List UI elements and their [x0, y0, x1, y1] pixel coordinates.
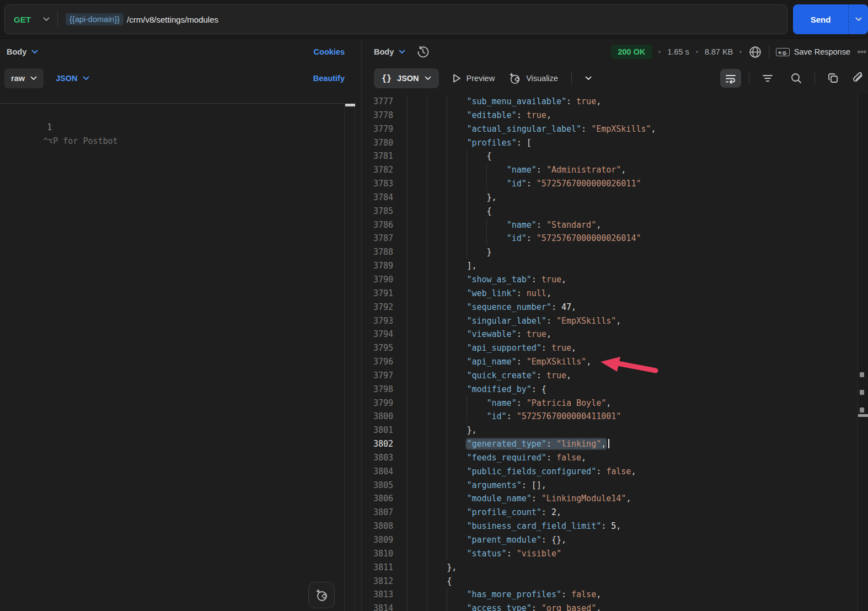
code-line[interactable]: 3808 "business_card_field_limit": 5,: [362, 519, 858, 533]
indent-guide: [427, 533, 427, 547]
response-size[interactable]: 8.87 KB: [705, 47, 733, 56]
response-body-dropdown[interactable]: Body: [374, 47, 405, 56]
token-key: "sub_menu_available": [467, 97, 566, 106]
code-line[interactable]: 3807 "profile_count": 2,: [362, 506, 858, 519]
body-type-label: raw: [11, 74, 25, 83]
code-line[interactable]: 3805 "arguments": [],: [362, 479, 858, 492]
code-line[interactable]: 3811 },: [362, 561, 858, 575]
request-body-editor[interactable]: 1 ^⌥P for Postbot: [0, 104, 344, 611]
code-line[interactable]: 3796 "api_name": "EmpXSkills",: [362, 355, 858, 369]
editor-scrollbar-thumb[interactable]: [345, 104, 355, 106]
url-input[interactable]: {{api-domain}} /crm/v8/settings/modules: [58, 13, 787, 25]
more-actions-button[interactable]: [857, 45, 868, 58]
copy-icon: [827, 72, 839, 84]
response-time[interactable]: 1.65 s: [667, 47, 689, 56]
line-content: "name": "Patricia Boyle",: [407, 396, 611, 410]
language-dropdown[interactable]: JSON: [56, 74, 313, 83]
status-badge[interactable]: 200 OK: [611, 45, 652, 59]
token-key: "actual_singular_label": [467, 124, 581, 134]
code-line[interactable]: 3778 "editable": true,: [362, 109, 858, 122]
code-line[interactable]: 3786 "name": "Standard",: [362, 218, 858, 232]
postbot-button[interactable]: [308, 582, 335, 608]
filter-button[interactable]: [757, 69, 778, 88]
code-line[interactable]: 3783 "id": "5725767000000026011": [362, 177, 858, 191]
url-variable-pill[interactable]: {{api-domain}}: [66, 13, 124, 25]
token-bool: true: [527, 329, 546, 339]
code-line[interactable]: 3806 "module_name": "LinkingModule14",: [362, 492, 858, 506]
code-line[interactable]: 3802 "generated_type": "linking",: [362, 437, 858, 451]
line-number: 3805: [362, 479, 393, 492]
indent-guide: [427, 273, 427, 287]
code-line[interactable]: 3809 "parent_module": {},: [362, 533, 858, 547]
code-line[interactable]: 3779 "actual_singular_label": "EmpXSkill…: [362, 122, 858, 136]
wrap-text-button[interactable]: [720, 69, 741, 88]
code-line[interactable]: 3784 },: [362, 191, 858, 205]
method-selector[interactable]: GET: [5, 15, 57, 24]
code-line[interactable]: 3814 "access_type": "org_based",: [362, 602, 858, 611]
editor-scrollbar[interactable]: [344, 103, 355, 611]
code-line[interactable]: 3781 {: [362, 149, 858, 163]
save-response-label: Save Response: [794, 47, 850, 56]
code-line[interactable]: 3813 "has_more_profiles": false,: [362, 588, 858, 602]
token-str: "Administrator": [546, 165, 621, 175]
send-button[interactable]: Send: [793, 4, 868, 34]
token-pun: :: [581, 124, 591, 134]
code-line[interactable]: 3799 "name": "Patricia Boyle",: [362, 396, 858, 410]
send-options-button[interactable]: [848, 4, 868, 34]
indent-guide: [407, 410, 408, 424]
request-body-dropdown[interactable]: Body: [7, 47, 38, 56]
token-str: "linking": [556, 439, 601, 449]
response-format-dropdown[interactable]: {} JSON: [374, 68, 439, 88]
code-line[interactable]: 3777 "sub_menu_available": true,: [362, 95, 858, 109]
indent-guide: [447, 533, 447, 547]
code-line[interactable]: 3780 "profiles": [: [362, 136, 858, 150]
save-response-button[interactable]: e.g. Save Response: [776, 47, 850, 56]
code-line[interactable]: 3797 "quick_create": true,: [362, 369, 858, 383]
preview-tab[interactable]: Preview: [452, 73, 495, 83]
body-type-dropdown[interactable]: raw: [4, 68, 44, 88]
indent-guide: [447, 588, 447, 602]
search-button[interactable]: [786, 69, 807, 88]
token-key: "profiles": [467, 138, 516, 148]
token-nul: null: [527, 288, 546, 298]
code-line[interactable]: 3793 "singular_label": "EmpXSkills",: [362, 314, 858, 328]
code-line[interactable]: 3801 },: [362, 424, 858, 437]
code-line[interactable]: 3790 "show_as_tab": true,: [362, 273, 858, 287]
code-line[interactable]: 3788 }: [362, 245, 858, 259]
token-key: "id": [507, 233, 527, 243]
indent-guide: [407, 561, 408, 575]
code-line[interactable]: 3794 "viewable": true,: [362, 328, 858, 341]
beautify-link[interactable]: Beautify: [313, 74, 345, 83]
code-line[interactable]: 3789 ],: [362, 259, 858, 273]
code-line[interactable]: 3812 {: [362, 575, 858, 588]
link-button[interactable]: [851, 69, 865, 88]
indent-guide: [486, 218, 487, 232]
token-pun: },: [447, 562, 457, 572]
code-line[interactable]: 3791 "web_link": null,: [362, 287, 858, 301]
code-line[interactable]: 3810 "status": "visible": [362, 547, 858, 561]
overview-ruler[interactable]: [858, 94, 868, 611]
token-pun: {: [487, 151, 492, 161]
token-pun: :: [517, 357, 527, 367]
copy-button[interactable]: [823, 69, 844, 88]
cookies-link[interactable]: Cookies: [314, 47, 345, 56]
code-line[interactable]: 3800 "id": "5725767000000411001": [362, 410, 858, 424]
visualize-tab[interactable]: Visualize: [508, 72, 558, 85]
visualize-options-chevron-icon[interactable]: [585, 76, 592, 81]
code-line[interactable]: 3785 {: [362, 205, 858, 218]
line-content: ],: [407, 259, 476, 273]
token-key: "access_type": [467, 603, 531, 611]
code-line[interactable]: 3804 "public_fields_configured": false,: [362, 465, 858, 479]
line-content: "actual_singular_label": "EmpXSkills",: [407, 122, 656, 136]
network-info-button[interactable]: [748, 45, 762, 59]
request-url-box[interactable]: GET {{api-domain}} /crm/v8/settings/modu…: [4, 4, 787, 34]
code-line[interactable]: 3782 "name": "Administrator",: [362, 163, 858, 177]
code-line[interactable]: 3792 "sequence_number": 47,: [362, 301, 858, 314]
code-line[interactable]: 3795 "api_supported": true,: [362, 341, 858, 355]
code-line[interactable]: 3787 "id": "5725767000000026014": [362, 232, 858, 245]
response-body-viewer[interactable]: 3777 "sub_menu_available": true,3778 "ed…: [362, 94, 858, 611]
scrollbar-thumb[interactable]: [858, 414, 868, 417]
code-line[interactable]: 3798 "modified_by": {: [362, 383, 858, 396]
code-line[interactable]: 3803 "feeds_required": false,: [362, 451, 858, 465]
response-history-button[interactable]: [416, 45, 430, 58]
